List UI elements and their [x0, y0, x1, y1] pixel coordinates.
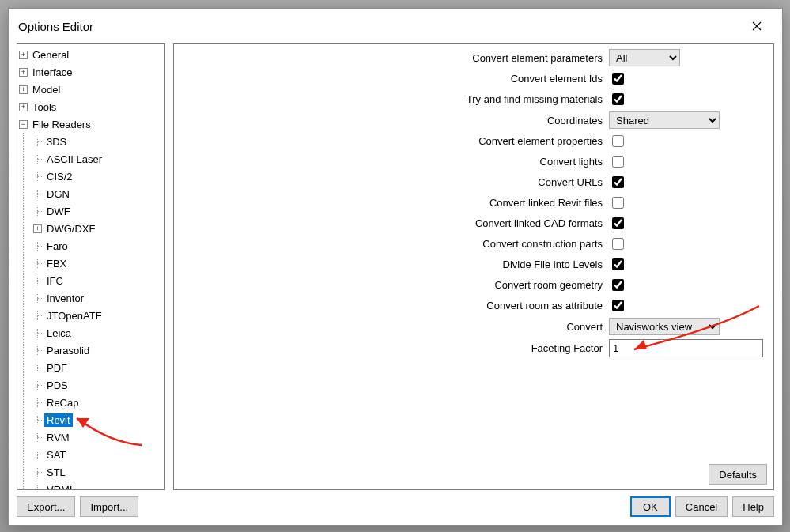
- tree-item-label[interactable]: SAT: [44, 448, 68, 462]
- tree-item-label[interactable]: 3DS: [44, 135, 69, 149]
- tree-item-label[interactable]: Interface: [30, 66, 75, 79]
- ok-button[interactable]: OK: [630, 496, 671, 517]
- tree-item[interactable]: +Tools: [17, 98, 164, 115]
- tree-item[interactable]: PDS: [32, 376, 164, 394]
- expand-icon[interactable]: +: [19, 103, 28, 111]
- tree-item[interactable]: IFC: [32, 272, 164, 289]
- tree-item[interactable]: FBX: [32, 255, 164, 272]
- tree-item[interactable]: 3DS: [32, 133, 164, 150]
- tree-connector: [33, 433, 42, 442]
- checkbox-convert-lights[interactable]: [612, 156, 624, 168]
- form-control: All: [609, 49, 767, 66]
- form-label: Convert element parameters: [180, 52, 603, 64]
- options-editor-dialog: Options Editor +General+Interface+Model+…: [8, 8, 783, 526]
- tree-item[interactable]: Leica: [32, 324, 164, 341]
- checkbox-convert-element-properties[interactable]: [612, 135, 624, 147]
- select-convert[interactable]: Navisworks view: [609, 318, 720, 335]
- tree-item-label[interactable]: File Readers: [30, 118, 93, 131]
- expand-icon[interactable]: +: [19, 85, 28, 94]
- form-grid: Convert element parametersAllConvert ele…: [180, 49, 767, 357]
- tree-item[interactable]: ASCII Laser: [32, 150, 164, 168]
- form-control: Navisworks view: [609, 318, 767, 335]
- tree-item[interactable]: +Model: [17, 81, 164, 98]
- tree-item-label[interactable]: Tools: [30, 100, 59, 114]
- tree-item[interactable]: +Interface: [17, 63, 164, 81]
- select-coordinates[interactable]: Shared: [609, 111, 720, 129]
- tree-item[interactable]: Revit: [32, 411, 164, 428]
- tree-item-label[interactable]: VRML: [44, 483, 77, 491]
- tree-item-label[interactable]: STL: [44, 466, 68, 479]
- tree-item[interactable]: Inventor: [32, 289, 164, 307]
- form-label: Convert linked CAD formats: [180, 217, 603, 229]
- options-tree[interactable]: +General+Interface+Model+Tools−File Read…: [17, 43, 165, 490]
- checkbox-convert-room-geometry[interactable]: [612, 279, 624, 291]
- tree-connector: [33, 242, 42, 251]
- form-label: Convert element Ids: [180, 73, 603, 85]
- tree-item[interactable]: PDF: [32, 359, 164, 376]
- tree-connector: [33, 259, 42, 268]
- checkbox-convert-element-ids[interactable]: [612, 73, 624, 85]
- tree-item[interactable]: Parasolid: [32, 341, 164, 359]
- tree-item-label[interactable]: Model: [30, 83, 62, 96]
- collapse-icon[interactable]: −: [19, 120, 28, 129]
- tree-item-label[interactable]: FBX: [44, 257, 69, 270]
- form-control: [609, 215, 767, 232]
- tree-item-label[interactable]: General: [30, 48, 71, 62]
- tree-item[interactable]: DGN: [32, 185, 164, 202]
- checkbox-try-and-find-missing-materials[interactable]: [612, 93, 624, 105]
- tree-connector: [33, 207, 42, 216]
- tree-item[interactable]: VRML: [32, 481, 164, 490]
- import-button[interactable]: Import...: [80, 496, 138, 517]
- tree-item[interactable]: +DWG/DXF: [32, 220, 164, 237]
- tree-item[interactable]: ReCap: [32, 394, 164, 411]
- tree-item-label[interactable]: JTOpenATF: [44, 309, 104, 323]
- tree-item-label[interactable]: Faro: [44, 240, 70, 253]
- tree-item-label[interactable]: Leica: [44, 326, 74, 340]
- tree-item-label[interactable]: DGN: [44, 187, 72, 201]
- close-button[interactable]: [741, 15, 773, 37]
- tree-item-label[interactable]: DWF: [44, 205, 73, 218]
- input-faceting-factor[interactable]: [609, 339, 763, 357]
- tree-item-label[interactable]: Parasolid: [44, 344, 92, 357]
- checkbox-convert-linked-revit-files[interactable]: [612, 197, 624, 209]
- tree-item-label[interactable]: ReCap: [44, 396, 81, 409]
- tree-item[interactable]: JTOpenATF: [32, 307, 164, 324]
- checkbox-divide-file-into-levels[interactable]: [612, 258, 624, 270]
- help-button[interactable]: Help: [732, 496, 774, 517]
- defaults-row: Defaults: [180, 459, 767, 485]
- tree-item-file-readers[interactable]: −File Readers: [17, 115, 164, 133]
- tree-item-label[interactable]: PDS: [44, 379, 70, 392]
- tree-item[interactable]: RVM: [32, 428, 164, 446]
- tree-item[interactable]: SAT: [32, 446, 164, 463]
- bottom-bar: Export... Import... OK Cancel Help: [9, 490, 782, 525]
- export-button[interactable]: Export...: [17, 496, 75, 517]
- tree-item[interactable]: Faro: [32, 237, 164, 255]
- tree-item-label[interactable]: Inventor: [44, 292, 86, 305]
- expand-icon[interactable]: +: [19, 51, 28, 59]
- defaults-button[interactable]: Defaults: [709, 464, 767, 485]
- tree-item-label[interactable]: Revit: [44, 413, 73, 427]
- tree-connector: [33, 451, 42, 459]
- tree-item[interactable]: CIS/2: [32, 168, 164, 185]
- form-label: Convert room geometry: [180, 279, 603, 291]
- checkbox-convert-linked-cad-formats[interactable]: [612, 217, 624, 229]
- tree-item-label[interactable]: CIS/2: [44, 170, 75, 183]
- tree-item-label[interactable]: DWG/DXF: [44, 222, 97, 236]
- checkbox-convert-urls[interactable]: [612, 176, 624, 188]
- cancel-button[interactable]: Cancel: [675, 496, 728, 517]
- tree-item-label[interactable]: IFC: [44, 274, 66, 288]
- tree-item[interactable]: STL: [32, 463, 164, 481]
- tree-item-label[interactable]: RVM: [44, 431, 72, 444]
- tree-item[interactable]: +General: [17, 46, 164, 63]
- expand-icon[interactable]: +: [33, 224, 42, 233]
- checkbox-convert-construction-parts[interactable]: [612, 238, 624, 250]
- form-label: Convert room as attribute: [180, 300, 603, 311]
- checkbox-convert-room-as-attribute[interactable]: [612, 300, 624, 311]
- select-convert-element-parameters[interactable]: All: [609, 49, 680, 66]
- tree-item[interactable]: DWF: [32, 202, 164, 220]
- expand-icon[interactable]: +: [19, 68, 28, 77]
- tree-item-label[interactable]: PDF: [44, 361, 70, 375]
- form-control: [609, 339, 767, 357]
- tree-item-label[interactable]: ASCII Laser: [44, 153, 104, 166]
- tree-connector: [33, 364, 42, 372]
